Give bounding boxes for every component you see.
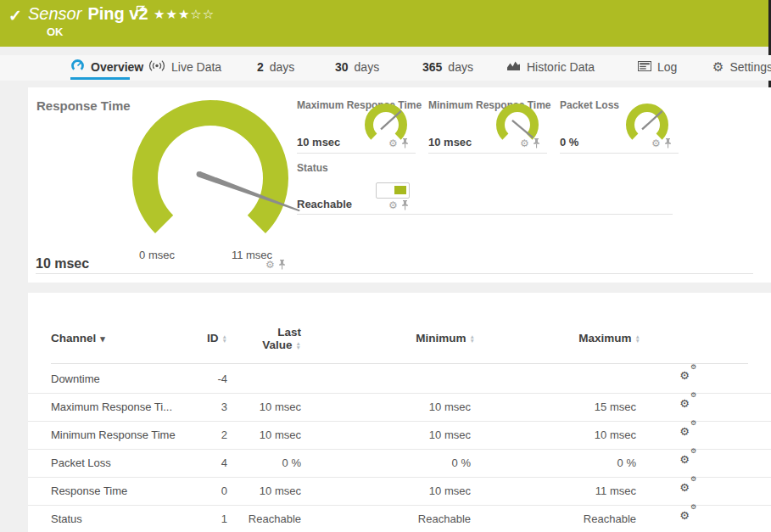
column-label: Channel	[51, 332, 96, 344]
minimum-value: Reachable	[344, 505, 471, 532]
status-block-title: Status	[297, 162, 328, 174]
table-row: Minimum Response Time 2 10 msec 10 msec …	[28, 421, 771, 450]
channel-quick-actions[interactable]: ⚙	[265, 260, 286, 270]
gear-icon: ⚙	[712, 60, 724, 73]
sensor-kind-label: Sensor	[28, 4, 81, 23]
pin-icon[interactable]	[401, 200, 409, 210]
channel-id: 1	[142, 505, 227, 532]
tab-label: days	[270, 60, 295, 74]
channel-quick-actions[interactable]: ⚙	[388, 200, 409, 210]
tab-label: Live Data	[171, 60, 221, 74]
tab-historic-data[interactable]: Historic Data	[506, 55, 595, 78]
log-list-icon	[638, 60, 651, 74]
pin-icon[interactable]	[533, 138, 540, 148]
channel-quick-actions[interactable]: ⚙	[388, 138, 409, 148]
divider	[428, 153, 547, 154]
priority-stars[interactable]: ★★★☆☆	[154, 7, 215, 22]
channel-id: 0	[142, 477, 227, 505]
sort-icon: ▲▼	[296, 341, 301, 350]
mini-gauge-title: Packet Loss	[560, 99, 619, 111]
sort-icon: ▲▼	[635, 334, 640, 344]
channel-name: Status	[51, 505, 82, 532]
last-value	[216, 365, 301, 393]
sensor-title: SensorPing v2	[28, 4, 148, 24]
maximum-value: 15 msec	[509, 393, 636, 421]
minimum-value: 10 msec	[344, 421, 471, 449]
divider	[36, 273, 753, 274]
live-data-icon	[148, 59, 165, 75]
last-value: 10 msec	[216, 421, 301, 449]
tab-365-days[interactable]: 365 days	[422, 55, 473, 78]
divider	[297, 214, 673, 215]
column-label: Value	[262, 339, 292, 351]
active-tab-underline	[70, 77, 130, 80]
tab-label: days	[355, 60, 380, 74]
tab-day-count: 30	[335, 60, 349, 74]
channel-table-panel: Channel▾ ID▲▼ Last Value▲▼ Minimum▲▼ Max…	[28, 293, 771, 532]
channel-id: 3	[142, 393, 227, 421]
tab-log[interactable]: Log	[638, 55, 677, 78]
mini-gauge-value: 10 msec	[428, 136, 472, 148]
prtg-sensor-page: ✓ SensorPing v2 ★★★☆☆ OK Overview	[0, 0, 771, 532]
last-value: Reachable	[216, 505, 301, 532]
gear-icon[interactable]: ⚙	[651, 138, 661, 148]
column-header-id[interactable]: ID▲▼	[142, 332, 227, 344]
column-header-last-value[interactable]: Last Value▲▼	[216, 326, 301, 351]
last-value: 10 msec	[216, 477, 301, 505]
pin-icon[interactable]	[401, 138, 409, 148]
gear-icon[interactable]: ⚙	[265, 260, 275, 270]
gear-icon[interactable]: ⚙	[520, 138, 529, 148]
column-label: Last	[216, 326, 301, 339]
tab-30-days[interactable]: 30 days	[335, 55, 379, 78]
table-row: Maximum Response Ti... 3 10 msec 10 msec…	[28, 393, 771, 422]
primary-gauge-value: 10 msec	[36, 256, 89, 272]
table-row: Downtime -4 ⚙⚙	[28, 365, 771, 394]
channel-name: Packet Loss	[51, 449, 111, 477]
maximum-value: 0 %	[509, 449, 636, 477]
sort-caret-icon: ▾	[100, 333, 105, 344]
divider	[560, 153, 679, 154]
channel-quick-actions[interactable]: ⚙	[651, 138, 672, 148]
mini-gauge-value: 10 msec	[297, 136, 340, 148]
channel-id: 2	[142, 421, 227, 449]
status-block-value: Reachable	[297, 198, 352, 210]
status-toggle-indicator	[376, 182, 410, 199]
column-header-maximum[interactable]: Maximum▲▼	[513, 332, 640, 344]
tab-label: Settings	[729, 60, 771, 74]
historic-chart-icon	[506, 60, 521, 74]
tab-2-days[interactable]: 2 days	[257, 55, 294, 78]
tab-label: Overview	[91, 60, 143, 74]
status-ok-check-icon: ✓	[8, 6, 22, 25]
column-label: Minimum	[416, 332, 466, 344]
pin-icon[interactable]	[664, 138, 672, 148]
pin-icon[interactable]	[278, 260, 286, 270]
column-label: Maximum	[578, 332, 631, 344]
sensor-status-text: OK	[47, 25, 64, 38]
gauge-scale-start: 0 msec	[131, 249, 182, 261]
tab-overview[interactable]: Overview	[70, 55, 143, 78]
column-header-minimum[interactable]: Minimum▲▼	[348, 332, 475, 344]
overview-gauges-panel: Response Time 0 msec 11 msec 10 msec ⚙ M…	[28, 87, 771, 283]
flag-icon[interactable]	[136, 5, 145, 20]
gear-icon[interactable]: ⚙	[388, 138, 398, 148]
tab-label: Historic Data	[527, 60, 595, 74]
sort-icon: ▲▼	[470, 334, 475, 344]
table-row: Status 1 Reachable Reachable Reachable ⚙…	[28, 505, 771, 532]
tab-label: days	[448, 60, 473, 74]
minimum-value: 10 msec	[344, 477, 471, 505]
tab-settings[interactable]: ⚙ Settings	[712, 55, 771, 78]
last-value: 10 msec	[216, 393, 301, 421]
column-header-channel[interactable]: Channel▾	[51, 332, 105, 344]
last-value: 0 %	[216, 449, 301, 477]
sensor-status-header: ✓ SensorPing v2 ★★★☆☆ OK	[0, 0, 771, 47]
minimum-value: 0 %	[344, 449, 471, 477]
tab-live-data[interactable]: Live Data	[148, 55, 221, 78]
table-row: Response Time 0 10 msec 10 msec 11 msec …	[28, 477, 771, 506]
tab-bar: Overview Live Data 2 days 30 days 365	[0, 55, 771, 81]
table-row: Packet Loss 4 0 % 0 % 0 % ⚙⚙	[28, 449, 771, 478]
minimum-value: 10 msec	[344, 393, 471, 421]
tab-day-count: 365	[422, 60, 442, 74]
gear-icon[interactable]: ⚙	[388, 200, 398, 210]
channel-id: 4	[142, 449, 227, 477]
channel-quick-actions[interactable]: ⚙	[520, 138, 540, 148]
